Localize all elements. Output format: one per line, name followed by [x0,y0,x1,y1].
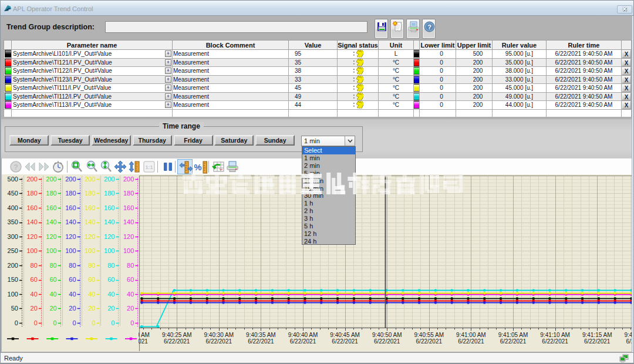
svg-text:%: % [194,162,202,172]
svg-text:?: ? [14,163,18,171]
svg-text:?: ? [427,23,431,31]
svg-text:1:1: 1:1 [145,164,153,170]
